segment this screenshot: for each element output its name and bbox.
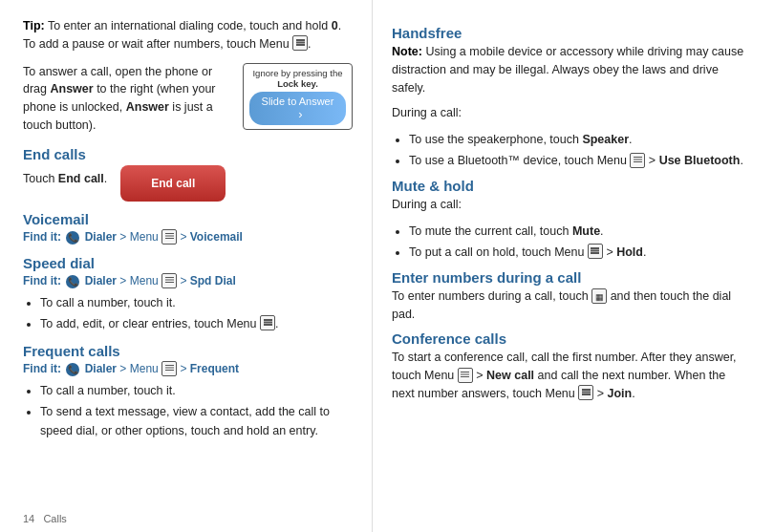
note-label: Note: — [392, 45, 422, 58]
speed-dial-bullet-1: To call a number, touch it. — [40, 293, 353, 312]
page-footer: 14 Calls — [23, 513, 67, 524]
frequent-calls-title: Frequent calls — [23, 343, 353, 359]
phone-icon-voicemail: 📞 — [66, 231, 79, 245]
end-call-btn-label: End call — [151, 177, 195, 190]
end-call-button[interactable]: End call — [120, 165, 226, 202]
left-column: Tip: To enter an international dialing c… — [0, 0, 373, 532]
tip-text: To enter an international dialing code, … — [23, 19, 341, 51]
mute-hold-title: Mute & hold — [392, 178, 751, 194]
answer-text: To answer a call, open the phone or drag… — [23, 63, 231, 135]
menu-icon-frequent — [161, 361, 177, 376]
tip-block: Tip: To enter an international dialing c… — [23, 17, 353, 53]
menu-icon-conference — [458, 368, 473, 383]
speed-dial-bullets: To call a number, touch it. To add, edit… — [40, 293, 353, 333]
enter-numbers-title: Enter numbers during a call — [392, 269, 751, 286]
answer-bold: Answer — [51, 82, 94, 96]
phone-icon-frequent: 📞 — [66, 363, 79, 376]
menu-icon-speed — [161, 273, 177, 288]
enter-numbers-body: To enter numbers during a call, touch ▦ … — [392, 287, 751, 324]
handsfree-title: Handsfree — [392, 25, 751, 41]
handsfree-bullet-1: To use the speakerphone, touch Speaker. — [409, 130, 751, 149]
page-number: 14 — [23, 513, 34, 524]
answer-bold2: Answer — [126, 100, 169, 114]
frequent-calls-bullets: To call a number, touch it. To send a te… — [40, 381, 353, 440]
slide-to-answer-btn[interactable]: Slide to Answer › — [249, 92, 346, 125]
menu-icon-tip — [292, 35, 308, 51]
menu-icon-conference2 — [578, 385, 593, 400]
page-container: Tip: To enter an international dialing c… — [0, 0, 774, 532]
end-calls-title: End calls — [23, 146, 353, 162]
voicemail-title: Voicemail — [23, 211, 353, 227]
lock-top-text: Ignore by pressing the Lock key. — [249, 68, 346, 89]
lock-box: Ignore by pressing the Lock key. Slide t… — [243, 63, 353, 130]
mute-hold-during: During a call: — [392, 196, 751, 214]
frequent-calls-find-it: Find it: 📞 Dialer > Menu > Frequent — [23, 362, 353, 377]
end-call-row: Touch End call. End call — [23, 165, 353, 202]
handsfree-bullet-2: To use a Bluetooth™ device, touch Menu >… — [409, 151, 751, 170]
right-column: Handsfree Note: Using a mobile device or… — [373, 0, 774, 532]
end-call-text: Touch End call. — [23, 170, 107, 188]
mute-hold-bullets: To mute the current call, touch Mute. To… — [409, 222, 751, 262]
slide-label: Slide to Answer — [262, 96, 334, 107]
conference-calls-title: Conference calls — [392, 330, 751, 347]
answer-row: To answer a call, open the phone or drag… — [23, 63, 353, 135]
handsfree-note-text: Using a mobile device or accessory while… — [392, 45, 743, 95]
conference-calls-body: To start a conference call, call the fir… — [392, 349, 751, 402]
menu-icon-voicemail — [161, 229, 177, 245]
voicemail-bold: Voicemail — [190, 230, 243, 244]
speed-dial-find-it: Find it: 📞 Dialer > Menu > Spd Dial — [23, 274, 353, 289]
menu-icon-handsfree — [630, 153, 645, 168]
speed-dial-bullet-2: To add, edit, or clear entries, touch Me… — [40, 314, 353, 333]
mute-bullet-1: To mute the current call, touch Mute. — [409, 222, 751, 241]
menu-icon-mute — [588, 244, 603, 259]
menu-icon-speed2 — [260, 315, 275, 330]
frequent-bullet-1: To call a number, touch it. — [40, 381, 353, 400]
find-it-label-speed: Find it: — [23, 274, 64, 287]
find-it-label-voicemail: Find it: — [23, 230, 64, 244]
voicemail-find-it: Find it: 📞 Dialer > Menu > Voicemail — [23, 230, 353, 245]
slide-arrow-icon: › — [298, 107, 302, 121]
mute-bullet-2: To put a call on hold, touch Menu > Hold… — [409, 243, 751, 262]
phone-icon-speed: 📞 — [66, 275, 79, 288]
dialpad-icon: ▦ — [591, 288, 607, 304]
voicemail-dialer: Dialer — [85, 230, 117, 244]
end-call-bold: End call — [58, 172, 104, 185]
handsfree-during: During a call: — [392, 104, 751, 122]
handsfree-bullets: To use the speakerphone, touch Speaker. … — [409, 130, 751, 170]
tip-label: Tip: — [23, 19, 45, 32]
page-section: Calls — [43, 513, 66, 524]
handsfree-note: Note: Using a mobile device or accessory… — [392, 43, 751, 96]
frequent-bullet-2: To send a text message, view a contact, … — [40, 402, 353, 440]
speed-dial-title: Speed dial — [23, 255, 353, 271]
find-it-label-frequent: Find it: — [23, 362, 64, 375]
